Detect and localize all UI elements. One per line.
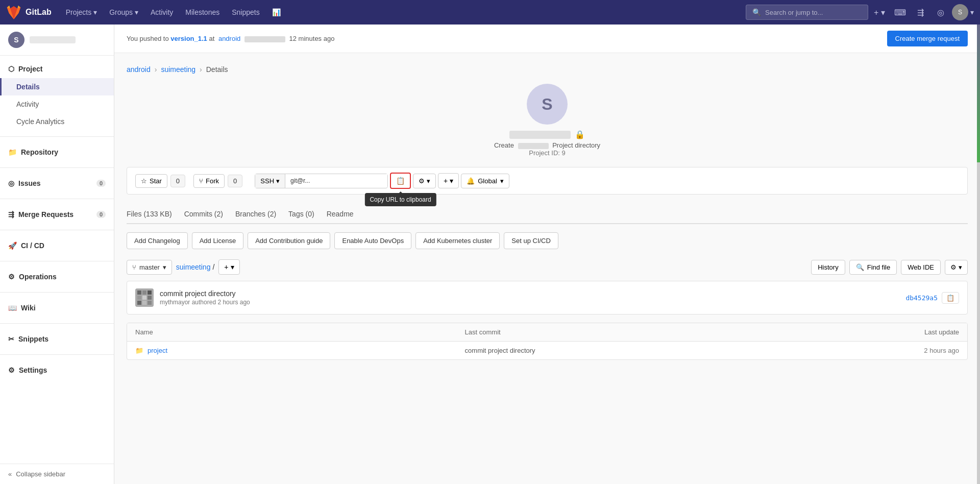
sidebar-snippets-header[interactable]: ✂ Snippets (0, 330, 114, 348)
navbar-logo[interactable]: GitLab (6, 5, 52, 20)
commit-hash: db4529a5 📋 (905, 292, 959, 304)
navbar-user-dropdown-icon[interactable]: ▾ (970, 8, 974, 16)
tab-commits[interactable]: Commits (2) (184, 205, 223, 224)
fork-icon: ⑂ (199, 177, 203, 185)
tab-tags-label: Tags (0) (288, 210, 314, 218)
star-button[interactable]: ☆ Star (135, 174, 167, 188)
file-toolbar: ⑂ master ▾ suimeeting / + ▾ History (127, 259, 968, 275)
clone-options-button[interactable]: ⚙ ▾ (413, 174, 436, 188)
sidebar-merge-header[interactable]: ⇶ Merge Requests 0 (0, 205, 114, 224)
add-button[interactable]: + ▾ (870, 3, 889, 21)
tab-readme[interactable]: Readme (327, 205, 354, 224)
nav-chart[interactable]: 📊 (266, 0, 287, 25)
keyboard-shortcut-button[interactable]: ⌨ (891, 3, 909, 21)
path-suimeeting[interactable]: suimeeting (176, 263, 211, 271)
sidebar-section-issues: ◎ Issues 0 (0, 170, 114, 197)
commit-message: commit project directory (160, 289, 905, 298)
fork-button[interactable]: ⑂ Fork (193, 174, 225, 188)
push-repo-link[interactable]: android (218, 35, 242, 42)
commit-author: mythmayor (160, 299, 190, 306)
sidebar-repository-header[interactable]: 📁 Repository (0, 143, 114, 161)
create-merge-request-button[interactable]: Create merge request (887, 31, 968, 46)
sidebar-merge-label: Merge Requests (18, 210, 74, 219)
sidebar-username (30, 36, 76, 43)
sidebar-section-wiki: 📖 Wiki (0, 295, 114, 321)
add-kubernetes-cluster-button[interactable]: Add Kubernetes cluster (415, 232, 500, 249)
sidebar-collapse[interactable]: « Collapse sidebar (0, 464, 114, 484)
plus-icon: + (444, 177, 448, 185)
sidebar-repository-label: Repository (21, 148, 58, 156)
nav-projects[interactable]: Projects ▾ (60, 0, 103, 25)
ssh-url-input[interactable] (285, 174, 387, 187)
file-name-project[interactable]: 📁 project (135, 347, 465, 354)
notification-button[interactable]: 🔔 Global ▾ (461, 174, 509, 188)
commit-hash-link[interactable]: db4529a5 (905, 294, 938, 302)
history-button[interactable]: History (811, 260, 845, 275)
sidebar-issues-header[interactable]: ◎ Issues 0 (0, 174, 114, 192)
tab-files-label: Files (133 KB) (127, 210, 172, 218)
search-input[interactable] (765, 9, 862, 16)
setup-cicd-button[interactable]: Set up CI/CD (504, 232, 558, 249)
branch-icon: ⑂ (132, 263, 136, 271)
svg-rect-5 (142, 296, 146, 300)
merge-request-button[interactable]: ⇶ (911, 3, 929, 21)
col-last-update: Last update (794, 328, 959, 336)
sidebar-item-activity[interactable]: Activity (0, 95, 114, 113)
nav-groups[interactable]: Groups ▾ (103, 0, 144, 25)
breadcrumb-android[interactable]: android (127, 65, 151, 74)
sidebar-avatar: S (8, 32, 24, 48)
copy-url-button[interactable]: 📋 (390, 173, 411, 189)
ssh-label: SSH (260, 177, 274, 185)
svg-rect-9 (148, 301, 152, 305)
add-changelog-button[interactable]: Add Changelog (127, 232, 188, 249)
sidebar-wiki-header[interactable]: 📖 Wiki (0, 299, 114, 317)
branch-name: master (139, 263, 160, 271)
branch-selector[interactable]: ⑂ master ▾ (127, 260, 172, 275)
layout: S ⬡ Project Details Activity Cycle Analy… (0, 25, 980, 484)
sidebar-operations-label: Operations (19, 273, 57, 281)
navbar-avatar[interactable]: S (952, 4, 968, 20)
project-name-blurred (509, 131, 571, 139)
copy-hash-button[interactable]: 📋 (942, 292, 959, 304)
web-ide-options-button[interactable]: ⚙ ▾ (945, 260, 968, 275)
sidebar-project-header[interactable]: ⬡ Project (0, 60, 114, 78)
sidebar-cicd-header[interactable]: 🚀 CI / CD (0, 236, 114, 255)
commit-info: commit project directory mythmayor autho… (127, 281, 968, 314)
add-contribution-guide-button[interactable]: Add Contribution guide (248, 232, 330, 249)
tab-files[interactable]: Files (133 KB) (127, 205, 172, 224)
cicd-icon: 🚀 (8, 241, 17, 250)
wiki-icon: 📖 (8, 304, 17, 312)
nav-snippets[interactable]: Snippets (226, 0, 265, 25)
enable-auto-devops-button[interactable]: Enable Auto DevOps (334, 232, 411, 249)
find-file-button[interactable]: 🔍 Find file (849, 260, 897, 275)
breadcrumb-suimeeting[interactable]: suimeeting (161, 65, 195, 74)
tab-branches[interactable]: Branches (2) (235, 205, 276, 224)
sidebar-item-details[interactable]: Details (0, 78, 114, 95)
push-branch-link[interactable]: version_1.1 (170, 35, 209, 42)
ssh-toggle-button[interactable]: SSH ▾ (255, 174, 285, 188)
add-license-button[interactable]: Add License (192, 232, 244, 249)
issues-button[interactable]: ◎ (932, 3, 950, 21)
tab-readme-label: Readme (327, 210, 354, 218)
web-ide-button[interactable]: Web IDE (901, 260, 941, 275)
nav-milestones[interactable]: Milestones (179, 0, 226, 25)
folder-icon: 📁 (135, 347, 143, 354)
col-last-commit: Last commit (465, 328, 795, 336)
sidebar-operations-header[interactable]: ⚙ Operations (0, 268, 114, 286)
desc-prefix: Create (494, 141, 514, 149)
merge-icon: ⇶ (8, 210, 14, 219)
tab-tags[interactable]: Tags (0) (288, 205, 314, 224)
add-files-button[interactable]: + ▾ (438, 173, 459, 188)
sidebar-settings-header[interactable]: ⚙ Settings (0, 361, 114, 379)
sidebar-item-cycle-analytics[interactable]: Cycle Analytics (0, 113, 114, 130)
new-file-button[interactable]: + ▾ (218, 259, 239, 275)
nav-activity[interactable]: Activity (144, 0, 179, 25)
sidebar-details-label: Details (16, 83, 40, 91)
commit-meta: mythmayor authored 2 hours ago (160, 299, 905, 306)
project-header: S 🔒 Create Project directory Project ID:… (127, 84, 968, 157)
sidebar-settings-label: Settings (19, 366, 47, 374)
web-ide-settings-icon: ⚙ (950, 263, 957, 271)
tab-branches-label: Branches (2) (235, 210, 276, 218)
desc-suffix: Project directory (552, 141, 600, 149)
fork-count: 0 (228, 175, 242, 187)
